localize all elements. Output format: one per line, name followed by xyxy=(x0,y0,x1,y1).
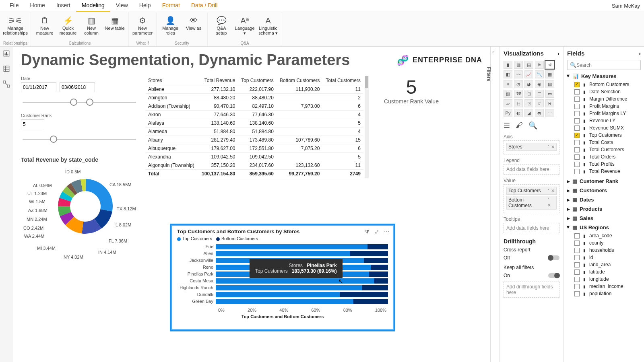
field-table-sales[interactable]: ▸▦Sales xyxy=(567,215,641,221)
field-table-products[interactable]: ▸▦Products xyxy=(567,206,641,212)
checkbox-icon[interactable] xyxy=(574,291,580,296)
field-item[interactable]: ▮Total Revenue xyxy=(567,168,641,175)
field-item[interactable]: ▮Total Costs xyxy=(567,139,641,146)
table-header[interactable]: Bottom Customers xyxy=(276,76,322,85)
chevron-right-icon[interactable]: › xyxy=(557,50,559,57)
menu-tab-insert[interactable]: Insert xyxy=(51,0,76,12)
viz-type-icon[interactable]: ▧ xyxy=(545,80,554,88)
checkbox-icon[interactable] xyxy=(574,233,580,239)
field-table-dates[interactable]: ▸▦Dates xyxy=(567,197,641,203)
manage-roles[interactable]: 👤Manage roles xyxy=(160,14,181,35)
checkbox-icon[interactable] xyxy=(574,82,580,87)
field-item[interactable]: ▮latitude xyxy=(567,268,641,276)
field-item[interactable]: ▮Profit Margins xyxy=(567,103,641,110)
format-tab-icon[interactable]: 🖌 xyxy=(516,121,523,130)
checkbox-icon[interactable] xyxy=(574,111,580,116)
viz-type-icon[interactable]: ▦ xyxy=(545,70,554,78)
table-scrollbar[interactable] xyxy=(365,76,369,178)
drillthrough-well[interactable]: Add drillthrough fields here xyxy=(504,282,559,298)
linguistic-schema[interactable]: ALinguistic schema ▾ xyxy=(258,14,279,36)
field-item[interactable]: ▮county xyxy=(567,239,641,247)
viz-type-icon[interactable]: ◧ xyxy=(504,70,512,78)
chevron-right-icon[interactable]: › xyxy=(639,50,641,57)
rank-input[interactable] xyxy=(21,119,44,129)
field-item[interactable]: ▮population xyxy=(567,290,641,297)
checkbox-icon[interactable] xyxy=(574,255,580,260)
cross-report-toggle[interactable] xyxy=(548,255,559,260)
viz-type-icon[interactable]: ▤ xyxy=(524,61,533,69)
viz-type-icon[interactable]: ▥ xyxy=(514,61,523,69)
qa-setup[interactable]: 💬Q&A setup xyxy=(211,14,232,35)
checkbox-icon[interactable] xyxy=(574,241,580,246)
viz-type-icon[interactable]: ◢ xyxy=(524,109,533,117)
data-view-icon[interactable] xyxy=(3,65,10,72)
model-view-icon[interactable] xyxy=(3,80,10,88)
bar-row[interactable]: Highlands Ranch xyxy=(177,284,388,291)
bar-row[interactable]: Green Bay xyxy=(177,298,388,304)
field-item[interactable]: ▮median_income xyxy=(567,283,641,290)
well-item[interactable]: Stores˅ ✕ xyxy=(506,143,557,151)
viz-type-icon[interactable]: ▮ xyxy=(504,61,512,69)
view-as[interactable]: 👁View as xyxy=(183,14,204,31)
viz-type-icon[interactable]: ⌗ xyxy=(504,80,512,88)
field-item[interactable]: ▮area_code xyxy=(567,232,641,239)
table-row[interactable]: Abington88,480.2088,480.202 xyxy=(146,94,363,102)
bar-row[interactable]: Erie xyxy=(177,243,388,250)
well-value[interactable]: Top Customers˅ ✕Bottom Customers˅ ✕ xyxy=(504,184,559,213)
field-table-customers[interactable]: ▸▦Customers xyxy=(567,187,641,193)
viz-type-icon[interactable]: ◓ xyxy=(535,109,544,117)
viz-type-icon[interactable]: ◔ xyxy=(514,80,523,88)
checkbox-icon[interactable] xyxy=(574,89,580,95)
bar-row[interactable]: Costa Mesa xyxy=(177,278,388,284)
checkbox-icon[interactable] xyxy=(574,262,580,267)
viz-type-icon[interactable]: ▨ xyxy=(504,90,512,98)
checkbox-icon[interactable] xyxy=(574,147,580,152)
viz-type-icon[interactable]: 📈 xyxy=(524,70,533,78)
field-item[interactable]: ▮land_area xyxy=(567,261,641,268)
well-item[interactable]: Bottom Customers˅ ✕ xyxy=(506,196,557,210)
field-item[interactable]: ▮Date Selection xyxy=(567,88,641,95)
menu-tab-help[interactable]: Help xyxy=(134,0,157,12)
table-header[interactable]: Total Customers xyxy=(322,76,363,85)
table-row[interactable]: Addison (Township)90,470.1082,497.107,97… xyxy=(146,102,363,111)
table-header[interactable]: Total Revenue xyxy=(198,76,237,85)
menu-tab-home[interactable]: Home xyxy=(25,0,51,12)
checkbox-icon[interactable] xyxy=(574,154,580,160)
checkbox-icon[interactable] xyxy=(574,169,580,174)
field-item[interactable]: ▮Total Customers xyxy=(567,146,641,153)
field-item[interactable]: ▮Revenue SUMX xyxy=(567,124,641,132)
menu-tab-modeling[interactable]: Modeling xyxy=(76,0,110,12)
table-row[interactable]: Akron77,646.3077,646.304 xyxy=(146,111,363,119)
filters-pane-collapsed[interactable]: ‹ Filters xyxy=(490,47,499,362)
field-item[interactable]: ▮id xyxy=(567,254,641,261)
signed-in-user[interactable]: Sam McKay xyxy=(612,3,640,9)
manage-relationships[interactable]: ⚞⚟Manage relationships xyxy=(5,14,26,35)
field-item[interactable]: ▮households xyxy=(567,247,641,254)
field-table-key-measures[interactable]: ▸📊Key Measures xyxy=(567,73,641,79)
viz-type-icon[interactable]: ◉ xyxy=(535,80,544,88)
focus-mode-icon[interactable]: ⤢ xyxy=(374,228,379,235)
viz-type-icon[interactable]: 🗺 xyxy=(514,90,523,98)
field-item[interactable]: ▮Bottom Customers xyxy=(567,81,641,88)
viz-type-icon[interactable]: 📉 xyxy=(535,70,544,78)
menu-tab-view[interactable]: View xyxy=(110,0,134,12)
new-measure[interactable]: 🗒New measure xyxy=(34,14,55,35)
table-header[interactable]: Stores xyxy=(146,76,198,85)
checkbox-icon[interactable] xyxy=(574,277,580,282)
viz-type-icon[interactable]: ⫸ xyxy=(535,61,544,69)
field-item[interactable]: ▮Profit Margins LY xyxy=(567,110,641,117)
viz-type-icon[interactable]: ⋯ xyxy=(545,109,554,117)
field-item[interactable]: ▮Margin Difference xyxy=(567,95,641,103)
checkbox-icon[interactable] xyxy=(574,97,580,102)
table-row[interactable]: Alafaya138,140.60138,140.605 xyxy=(146,119,363,128)
checkbox-icon[interactable] xyxy=(574,269,580,275)
field-item[interactable]: ▮Total Orders xyxy=(567,153,641,160)
bar-row[interactable]: Allen xyxy=(177,250,388,257)
field-item[interactable]: ▮Revenue LY xyxy=(567,117,641,124)
table-row[interactable]: Algonquin (Township)357,150.20234,017.60… xyxy=(146,161,363,170)
fields-search[interactable]: 🔍 xyxy=(567,60,641,70)
new-parameter[interactable]: ⚙New parameter xyxy=(132,14,153,35)
table-row[interactable]: Albany281,279.40173,489.80107,789.6015 xyxy=(146,136,363,144)
rank-range-slider[interactable] xyxy=(23,135,136,144)
viz-type-icon[interactable]: ⊞ xyxy=(524,90,533,98)
